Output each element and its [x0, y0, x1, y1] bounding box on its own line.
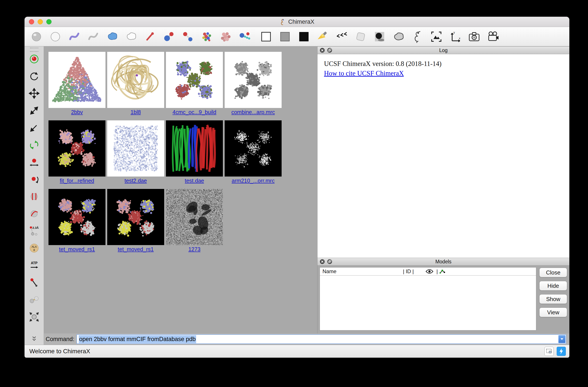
models-column-separator: | [437, 268, 438, 274]
surface-outline-icon[interactable] [125, 30, 137, 43]
atp-icon[interactable]: ATP [29, 260, 40, 271]
file-thumbnail[interactable] [166, 52, 223, 108]
chimerax-logo-icon [279, 19, 286, 25]
titlebar[interactable]: ChimeraX [24, 17, 569, 27]
status-message: Welcome to ChimeraX [29, 348, 90, 355]
file-thumbnail[interactable] [225, 120, 282, 177]
stick-style-icon[interactable] [144, 30, 156, 43]
window-body: 2.3ÅALA8ATP 2bbv1bl84cmc_oc...9_buildcom… [24, 46, 569, 345]
file-label[interactable]: tet_moved_rs1 [59, 246, 95, 252]
view-selected-icon[interactable] [430, 30, 442, 43]
file-thumbnail[interactable] [225, 52, 282, 108]
file-label[interactable]: test.dae [185, 178, 204, 184]
close-window-button[interactable] [29, 19, 34, 24]
toolbar-drag-handle[interactable] [30, 48, 38, 52]
file-history-grid: 2bbv1bl84cmc_oc...9_buildcombine...arp.m… [44, 46, 317, 252]
zoom-window-button[interactable] [46, 19, 52, 24]
play-coordinates-icon[interactable] [29, 312, 40, 322]
log-panel-title: Log [439, 47, 447, 53]
record-movie-icon[interactable] [487, 30, 499, 43]
ribbon-style-icon[interactable] [68, 30, 81, 43]
distance-icon[interactable]: 2.3Å [29, 226, 40, 236]
rotate-mouse-icon[interactable] [29, 71, 40, 82]
sphere-outline-icon[interactable] [49, 30, 62, 43]
two-ball-stick-icon[interactable] [182, 30, 194, 43]
rotate-selected-icon[interactable] [29, 139, 40, 150]
lightning-button[interactable] [557, 347, 566, 356]
file-thumbnail[interactable] [107, 189, 164, 245]
file-thumbnail[interactable] [107, 52, 164, 108]
clip-icon[interactable] [29, 191, 40, 202]
command-input[interactable]: open 2bbv format mmCIF fromDatabase pdb [77, 334, 566, 344]
file-thumbnail[interactable] [107, 120, 164, 177]
models-id-column: | ID | [403, 268, 424, 274]
white-background-icon[interactable] [260, 30, 272, 43]
translate-mouse-icon[interactable] [29, 88, 40, 99]
ribbon-outline-icon[interactable] [87, 30, 99, 43]
snapshot-icon[interactable] [468, 30, 480, 43]
clip-rotate-icon[interactable] [29, 208, 40, 219]
file-label[interactable]: combine...arp.mrc [231, 109, 275, 115]
residue-label-icon[interactable]: ALA8 [29, 243, 40, 253]
bond-rotation-icon[interactable] [29, 277, 40, 288]
soft-lighting-icon[interactable] [355, 30, 367, 43]
expand-toolbar-button[interactable] [29, 335, 39, 343]
window-title-area: ChimeraX [24, 17, 569, 27]
command-history-dropdown[interactable] [558, 335, 565, 343]
select-mouse-icon[interactable] [29, 54, 40, 65]
silhouette-icon[interactable] [392, 30, 405, 43]
models-close-button[interactable] [320, 259, 325, 264]
full-lighting-icon[interactable] [336, 30, 348, 43]
seahorse-icon[interactable] [411, 30, 424, 43]
file-label[interactable]: 1bl8 [130, 109, 141, 115]
file-label[interactable]: test2.dae [125, 178, 147, 184]
axes-icon[interactable]: yx [449, 30, 462, 43]
selection-rectangle-button[interactable] [545, 347, 554, 356]
swapaa-icon[interactable] [29, 294, 40, 305]
file-thumbnail[interactable] [48, 189, 105, 245]
translate-selected-icon[interactable] [29, 122, 40, 133]
node-molecule-icon[interactable] [238, 30, 251, 43]
file-label[interactable]: tet_moved_rs1 [118, 246, 153, 252]
file-history-item: 1bl8 [107, 52, 164, 115]
log-undock-button[interactable] [327, 48, 332, 53]
minimize-window-button[interactable] [38, 19, 43, 24]
cite-chimerax-link[interactable]: How to cite UCSF ChimeraX [324, 69, 404, 77]
pink-cluster-icon[interactable] [219, 30, 232, 43]
rotate-atoms-icon[interactable] [29, 174, 40, 185]
status-bar: Welcome to ChimeraX [24, 345, 569, 358]
file-label[interactable]: 2bbv [71, 109, 83, 115]
chimerax-window: ChimeraX yx 2.3ÅALA8ATP 2bbv1bl84cmc_oc.… [24, 17, 569, 358]
ball-stick-style-icon[interactable] [163, 30, 175, 43]
models-undock-button[interactable] [327, 259, 332, 264]
file-thumbnail[interactable] [166, 120, 223, 177]
hide-model-button[interactable]: Hide [539, 281, 567, 291]
file-label[interactable]: 4cmc_oc...9_build [172, 109, 216, 115]
file-thumbnail[interactable] [166, 189, 223, 245]
black-background-icon[interactable] [298, 30, 310, 43]
show-model-button[interactable]: Show [539, 294, 567, 304]
log-close-button[interactable] [320, 48, 325, 53]
models-name-column: Name [322, 268, 403, 274]
file-label[interactable]: arm210_...orr.mrc [231, 178, 274, 184]
models-list[interactable]: Name | ID | | [320, 267, 536, 330]
view-model-button[interactable]: View [539, 308, 567, 317]
command-text-selected: open 2bbv format mmCIF fromDatabase pdb [79, 335, 196, 343]
file-thumbnail[interactable] [48, 120, 105, 177]
file-thumbnail[interactable] [48, 52, 105, 108]
simple-lighting-icon[interactable] [317, 30, 329, 43]
desktop-background: { "window": { "title": "ChimeraX" }, "to… [0, 0, 588, 387]
shadow-icon[interactable] [373, 30, 386, 43]
file-label[interactable]: fit_for...refined [60, 178, 94, 184]
models-column-headers: Name | ID | | [320, 268, 536, 275]
file-label[interactable]: 1273 [188, 246, 201, 252]
molecule-cluster-icon[interactable] [201, 30, 213, 43]
sphere-style-icon[interactable] [30, 30, 43, 43]
atom-skeleton-icon [439, 268, 445, 275]
close-model-button[interactable]: Close [539, 268, 567, 277]
side-panels: Log UCSF ChimeraX version: 0.8 (2018-11-… [317, 46, 569, 333]
translate-atoms-icon[interactable] [29, 157, 40, 168]
surface-style-icon[interactable] [106, 30, 118, 43]
gray-background-icon[interactable] [279, 30, 291, 43]
zoom-mouse-icon[interactable] [29, 105, 40, 116]
